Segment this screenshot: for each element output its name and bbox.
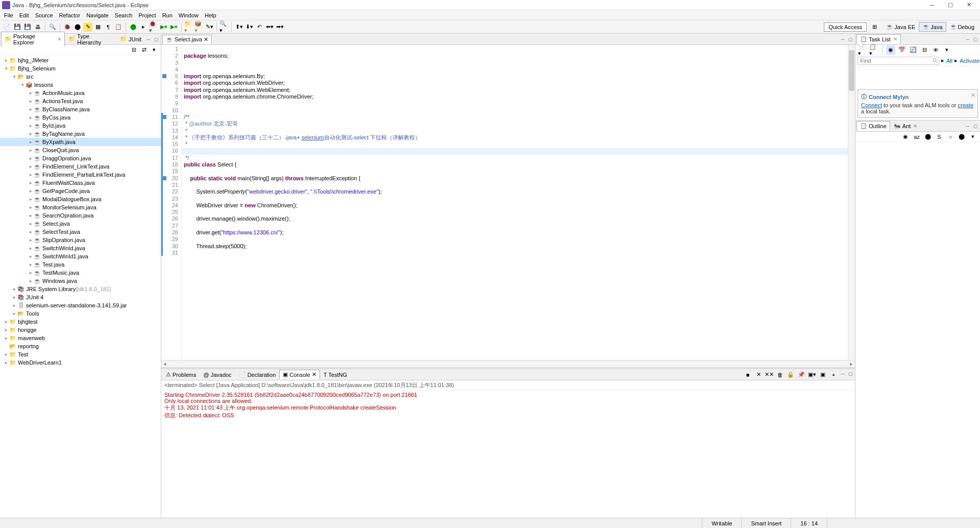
tree-item[interactable]: ▸☕SwitchWinId.java	[0, 244, 161, 252]
close-icon[interactable]: ✕	[204, 36, 208, 43]
tree-item[interactable]: ▾📁Bjhg_Selenium	[0, 64, 161, 73]
quick-access[interactable]: Quick Access	[824, 22, 867, 32]
view-menu-button[interactable]: ▾	[150, 46, 158, 54]
console-clear-button[interactable]: 🗑	[775, 370, 785, 379]
tree-item[interactable]: ▸☕ById.java	[0, 122, 161, 130]
forward-button[interactable]: ➡▾	[275, 22, 284, 32]
tree-item[interactable]: ▾📂src	[0, 73, 161, 81]
close-button[interactable]: ✕	[960, 1, 978, 10]
tree-item[interactable]: 📂reportng	[0, 342, 161, 350]
new-package-button[interactable]: 📦▾	[194, 22, 204, 32]
task-activate-link[interactable]: Activate...	[960, 58, 980, 64]
menu-help[interactable]: Help	[202, 11, 219, 19]
tree-item[interactable]: ▸☕Select.java	[0, 220, 161, 228]
mylyn-close-icon[interactable]: ✕	[971, 92, 975, 99]
tree-item[interactable]: ▸☕GetPageCode.java	[0, 187, 161, 195]
tree-item[interactable]: ▸📁bjhgtest	[0, 318, 161, 326]
tree-item[interactable]: ▸☕TestMusic.java	[0, 269, 161, 277]
minimize-editor-button[interactable]: ─	[839, 36, 846, 43]
toggle-mark-button[interactable]: ✎	[83, 22, 92, 32]
tree-item[interactable]: ▸☕DraggOpration.java	[0, 154, 161, 162]
tree-item[interactable]: ▸☕Test.java	[0, 260, 161, 269]
show-whitespace-button[interactable]: ¶	[104, 22, 113, 32]
debug-run-button[interactable]: 🐞▾	[149, 22, 158, 32]
breakpoint-button[interactable]: ⬤	[73, 22, 82, 32]
outline-hide-fields-button[interactable]: ⬤	[923, 132, 933, 141]
tree-item[interactable]: ▸📁mavenweb	[0, 334, 161, 342]
console-output[interactable]: Starting ChromeDriver 2.35.528161 (5b82f…	[161, 391, 855, 518]
block-select-button[interactable]: ▦	[93, 22, 103, 32]
task-cat-button[interactable]: 📋▾	[869, 45, 878, 55]
tree-item[interactable]: ▸☕FluentWaitClass.java	[0, 179, 161, 187]
max-outline-button[interactable]: ▢	[972, 123, 979, 130]
tree-item[interactable]: ▸☕CloseQuit.java	[0, 146, 161, 154]
tree-item[interactable]: ▸☕SelectTest.java	[0, 228, 161, 236]
tree-item[interactable]: ▸☕ByCss.java	[0, 113, 161, 122]
console-remove-all-button[interactable]: ✕✕	[765, 370, 774, 379]
view-tab-package-explorer[interactable]: 📁Package Explorer✕	[1, 32, 65, 47]
last-edit-button[interactable]: ↶	[255, 22, 264, 32]
prev-annotation-button[interactable]: ⬆▾	[234, 22, 243, 32]
tree-item[interactable]: ▸☕MonitorSelenium.java	[0, 203, 161, 211]
task-sync-button[interactable]: 🔄	[909, 45, 918, 55]
resume-button[interactable]: ▸	[139, 22, 148, 32]
open-type-button[interactable]: 🔍	[48, 22, 57, 32]
tree-item[interactable]: ▾📦lessons	[0, 81, 161, 89]
console-scroll-lock-button[interactable]: 🔒	[786, 370, 795, 379]
task-sched-button[interactable]: 📅	[897, 45, 906, 55]
outline-sort-button[interactable]: az	[912, 132, 921, 141]
tree-item[interactable]: ▸📚JUnit 4	[0, 293, 161, 301]
open-perspective-button[interactable]: ⊞	[869, 22, 880, 32]
tasklist-tab[interactable]: 📋Task List✕	[856, 34, 901, 44]
outline-menu-button[interactable]: ▾	[968, 132, 977, 141]
task-find-input[interactable]	[857, 57, 939, 65]
perspective-java-ee[interactable]: ☕Java EE	[883, 22, 919, 32]
task-all-link[interactable]: All	[946, 58, 952, 64]
collapse-all-button[interactable]: ⊟	[130, 46, 138, 54]
new-task-button[interactable]: 📄▾	[858, 45, 867, 55]
tree-item[interactable]: ▸☕ActionsTest.java	[0, 97, 161, 105]
tree-item[interactable]: ▸🗄selenium-server-standalone-3.141.59.ja…	[0, 301, 161, 309]
tree-item[interactable]: ▸☕FindElement_LinkText.java	[0, 162, 161, 171]
tree-item[interactable]: ▸📂Tools	[0, 309, 161, 318]
perspective-java[interactable]: ☕Java	[919, 22, 946, 32]
menu-refactor[interactable]: Refactor	[56, 11, 84, 19]
console-pin-button[interactable]: 📌	[797, 370, 806, 379]
view-tab-type-hierarchy[interactable]: 📁Type Hierarchy	[65, 32, 116, 47]
menu-navigate[interactable]: Navigate	[83, 11, 111, 19]
link-editor-button[interactable]: ⇄	[140, 46, 148, 54]
tree-item[interactable]: ▸📚JRE System Library [jdk1.8.0_181]	[0, 285, 161, 293]
outline-hide-local-button[interactable]: ⬤	[957, 132, 966, 141]
menu-file[interactable]: File	[1, 11, 16, 19]
tree-item[interactable]: ▸📁bjhg_JMeter	[0, 56, 161, 64]
console-tab-javadoc[interactable]: @Javadoc	[200, 370, 235, 379]
maximize-console-button[interactable]: ▢	[847, 370, 854, 377]
menu-run[interactable]: Run	[159, 11, 176, 19]
view-tab-junit[interactable]: 📁JUnit	[116, 32, 145, 47]
save-all-button[interactable]: 💾	[23, 22, 32, 32]
console-remove-button[interactable]: ✕	[754, 370, 763, 379]
print-button[interactable]: 🖶	[33, 22, 42, 32]
tree-item[interactable]: ▸📁hongge	[0, 326, 161, 334]
console-display-button[interactable]: ▣▾	[807, 370, 817, 379]
menu-project[interactable]: Project	[135, 11, 159, 19]
outline-hide-nonpublic-button[interactable]: ○	[946, 132, 955, 141]
tree-item[interactable]: ▸☕Windows.java	[0, 277, 161, 285]
menu-window[interactable]: Window	[176, 11, 202, 19]
minimize-button[interactable]: ─	[923, 1, 941, 10]
minimize-console-button[interactable]: ─	[839, 370, 846, 377]
task-hide-button[interactable]: 👁	[931, 45, 940, 55]
tree-item[interactable]: ▸📁WebDriverLearn1	[0, 358, 161, 367]
outline-hide-static-button[interactable]: S	[935, 132, 944, 141]
run-button[interactable]: ▶▾	[159, 22, 168, 32]
editor-area[interactable]: 1234567891011121314151617181920212223242…	[161, 45, 855, 360]
minimize-view-button[interactable]: ─	[145, 36, 152, 43]
gutter[interactable]: 1234567891011121314151617181920212223242…	[161, 45, 182, 360]
menu-source[interactable]: Source	[32, 11, 56, 19]
back-button[interactable]: ⬅▾	[265, 22, 274, 32]
task-menu-button[interactable]: ▾	[942, 45, 951, 55]
next-annotation-button[interactable]: ⬇▾	[244, 22, 254, 32]
tree-item[interactable]: ▸📁Test	[0, 350, 161, 358]
console-open-button[interactable]: ▣	[818, 370, 827, 379]
menu-edit[interactable]: Edit	[16, 11, 32, 19]
